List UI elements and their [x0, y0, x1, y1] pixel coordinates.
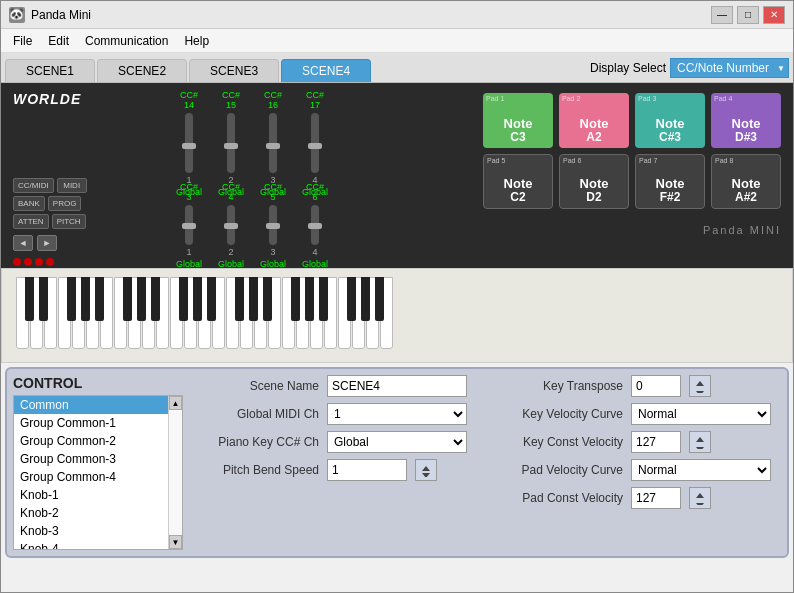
nav-prev-btn[interactable]: ◄ [13, 235, 33, 251]
bank-btn[interactable]: BANK [13, 196, 45, 211]
piano-key-black[interactable] [81, 277, 90, 321]
piano-key-cc-ch-label: Piano Key CC# Ch [189, 435, 319, 449]
menu-file[interactable]: File [5, 32, 40, 50]
pad-2[interactable]: Pad 2 Note A2 [559, 93, 629, 148]
piano-key-black[interactable] [39, 277, 48, 321]
bottom-slider-track-4[interactable] [311, 205, 319, 245]
pad-6[interactable]: Pad 6 Note D2 [559, 154, 629, 209]
pad-8[interactable]: Pad 8 Note A#2 [711, 154, 781, 209]
pad-const-velocity-spin-btn[interactable] [689, 487, 711, 509]
pad-const-velocity-input[interactable] [631, 487, 681, 509]
control-title: CONTROL [13, 375, 183, 391]
menu-help[interactable]: Help [176, 32, 217, 50]
piano-key-black[interactable] [319, 277, 328, 321]
global-midi-ch-select[interactable]: 1234 5678 [327, 403, 467, 425]
piano-key-black[interactable] [151, 277, 160, 321]
list-item-group-common-2[interactable]: Group Common-2 [14, 432, 182, 450]
piano-key-black[interactable] [137, 277, 146, 321]
scrollbar-up-btn[interactable]: ▲ [169, 396, 182, 410]
piano-key-black[interactable] [95, 277, 104, 321]
cc-midi-btn[interactable]: CC/MIDI [13, 178, 54, 193]
list-item-knob-2[interactable]: Knob-2 [14, 504, 182, 522]
tab-scene2[interactable]: SCENE2 [97, 59, 187, 82]
piano-key-black[interactable] [235, 277, 244, 321]
atten-btn[interactable]: ATTEN [13, 214, 49, 229]
piano-key-cc-ch-row: Piano Key CC# Ch Global12 [189, 431, 477, 453]
pitch-bend-spin-btn[interactable] [415, 459, 437, 481]
control-panel: CONTROL Common Group Common-1 Group Comm… [5, 367, 789, 558]
menu-bar: File Edit Communication Help [1, 29, 793, 53]
piano-key-black[interactable] [375, 277, 384, 321]
scene-name-input[interactable] [327, 375, 467, 397]
slider-track-3[interactable] [269, 113, 277, 173]
list-item-knob-4[interactable]: Knob-4 [14, 540, 182, 550]
piano-key-black[interactable] [347, 277, 356, 321]
tab-scene3[interactable]: SCENE3 [189, 59, 279, 82]
prog-btn[interactable]: PROG [48, 196, 82, 211]
svg-marker-3 [696, 391, 704, 393]
key-transpose-input[interactable] [631, 375, 681, 397]
key-const-velocity-input[interactable] [631, 431, 681, 453]
piano-key-black[interactable] [263, 277, 272, 321]
led-4 [46, 258, 54, 266]
pad-const-velocity-row: Pad Const Velocity [493, 487, 781, 509]
maximize-button[interactable]: □ [737, 6, 759, 24]
led-3 [35, 258, 43, 266]
menu-communication[interactable]: Communication [77, 32, 176, 50]
list-item-common[interactable]: Common [14, 396, 182, 414]
key-const-velocity-spin-btn[interactable] [689, 431, 711, 453]
piano-key-black[interactable] [249, 277, 258, 321]
piano-key-black[interactable] [123, 277, 132, 321]
pad-7[interactable]: Pad 7 Note F#2 [635, 154, 705, 209]
piano-key-black[interactable] [179, 277, 188, 321]
piano-key-black[interactable] [67, 277, 76, 321]
nav-next-btn[interactable]: ► [37, 235, 57, 251]
piano-key-black[interactable] [193, 277, 202, 321]
piano-key-black[interactable] [25, 277, 34, 321]
control-form: Scene Name Global MIDI Ch 1234 5678 Pian… [189, 375, 781, 550]
bottom-slider-track-1[interactable] [185, 205, 193, 245]
close-button[interactable]: ✕ [763, 6, 785, 24]
control-list[interactable]: Common Group Common-1 Group Common-2 Gro… [13, 395, 183, 550]
midi-btn[interactable]: MIDI [57, 178, 87, 193]
led-1 [13, 258, 21, 266]
list-item-group-common-3[interactable]: Group Common-3 [14, 450, 182, 468]
pitch-btn[interactable]: PITCH [52, 214, 86, 229]
key-transpose-spin-btn[interactable] [689, 375, 711, 397]
list-item-group-common-4[interactable]: Group Common-4 [14, 468, 182, 486]
svg-marker-4 [696, 437, 704, 442]
pitch-bend-speed-label: Pitch Bend Speed [189, 463, 319, 477]
menu-edit[interactable]: Edit [40, 32, 77, 50]
list-item-group-common-1[interactable]: Group Common-1 [14, 414, 182, 432]
pad-velocity-curve-select[interactable]: NormalSoftHardFixed [631, 459, 771, 481]
pitch-bend-speed-input[interactable] [327, 459, 407, 481]
list-item-knob-1[interactable]: Knob-1 [14, 486, 182, 504]
pad-1[interactable]: Pad 1 Note C3 [483, 93, 553, 148]
display-select-dropdown[interactable]: CC/Note Number Note Name CC Value [670, 58, 789, 78]
piano-key-black[interactable] [305, 277, 314, 321]
piano-key-black[interactable] [207, 277, 216, 321]
global-midi-ch-label: Global MIDI Ch [189, 407, 319, 421]
piano-key-black[interactable] [291, 277, 300, 321]
slider-track-4[interactable] [311, 113, 319, 173]
slider-track-1[interactable] [185, 113, 193, 173]
tab-scene4[interactable]: SCENE4 [281, 59, 371, 82]
pad-3[interactable]: Pad 3 Note C#3 [635, 93, 705, 148]
form-left-col: Scene Name Global MIDI Ch 1234 5678 Pian… [189, 375, 477, 509]
list-item-knob-3[interactable]: Knob-3 [14, 522, 182, 540]
key-const-velocity-row: Key Const Velocity [493, 431, 781, 453]
piano-key-black[interactable] [361, 277, 370, 321]
bottom-slider-track-2[interactable] [227, 205, 235, 245]
tab-scene1[interactable]: SCENE1 [5, 59, 95, 82]
key-velocity-curve-select[interactable]: NormalSoftHardFixed [631, 403, 771, 425]
pad-5[interactable]: Pad 5 Note C2 [483, 154, 553, 209]
svg-marker-2 [696, 381, 704, 386]
global-midi-ch-row: Global MIDI Ch 1234 5678 [189, 403, 477, 425]
slider-track-2[interactable] [227, 113, 235, 173]
minimize-button[interactable]: — [711, 6, 733, 24]
piano-key-cc-ch-select[interactable]: Global12 [327, 431, 467, 453]
pad-4[interactable]: Pad 4 Note D#3 [711, 93, 781, 148]
scrollbar-down-btn[interactable]: ▼ [169, 535, 182, 549]
bottom-slider-track-3[interactable] [269, 205, 277, 245]
piano-keys: .wk { width:13px; height:72px; backgroun… [2, 269, 792, 362]
